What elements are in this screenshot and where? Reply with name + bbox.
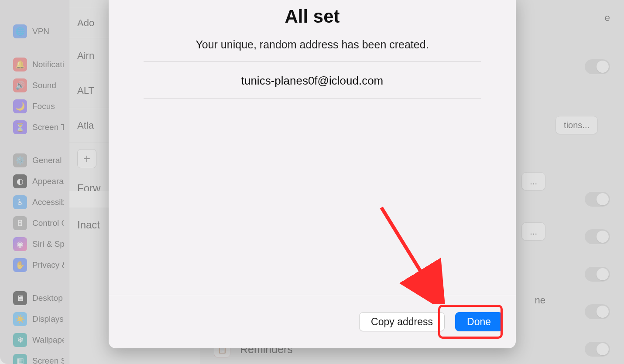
done-button[interactable]: Done bbox=[455, 312, 503, 331]
copy-address-button[interactable]: Copy address bbox=[359, 312, 445, 331]
hide-my-email-modal: All set Your unique, random address has … bbox=[109, 0, 516, 348]
generated-email: tunics-planes0f@icloud.com bbox=[109, 74, 516, 88]
modal-title: All set bbox=[109, 6, 516, 27]
modal-footer: Copy address Done bbox=[109, 295, 516, 348]
modal-subtitle: Your unique, random address has been cre… bbox=[109, 38, 516, 51]
separator bbox=[144, 61, 481, 62]
